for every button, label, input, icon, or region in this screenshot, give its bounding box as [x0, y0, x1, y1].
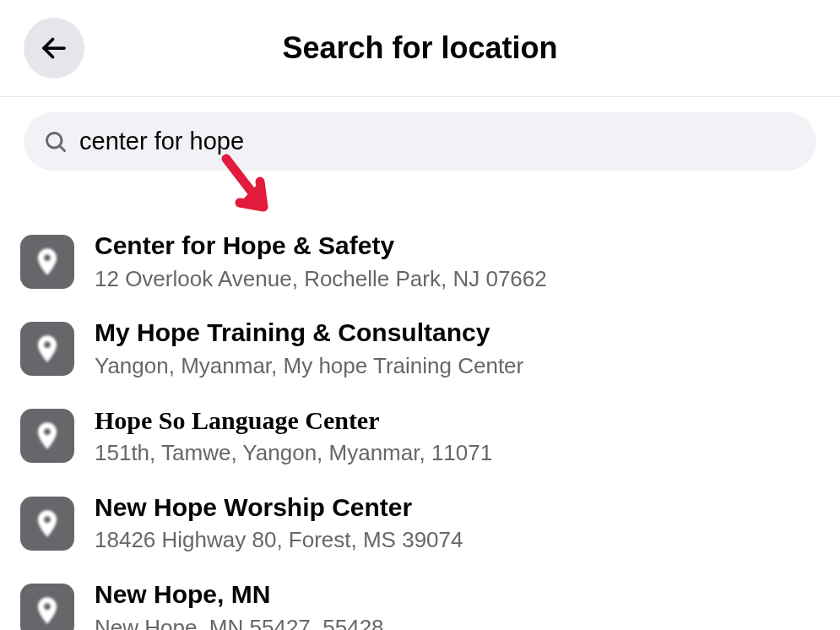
location-result[interactable]: My Hope Training & Consultancy Yangon, M…	[20, 305, 820, 392]
location-pin-icon	[20, 497, 74, 551]
result-address: Yangon, Myanmar, My hope Training Center	[95, 352, 523, 381]
result-address: 151th, Tamwe, Yangon, Myanmar, 11071	[95, 439, 492, 468]
location-result[interactable]: Hope So Language Center 151th, Tamwe, Ya…	[20, 393, 820, 480]
back-button[interactable]	[24, 18, 84, 79]
result-address: 12 Overlook Avenue, Rochelle Park, NJ 07…	[95, 265, 547, 294]
location-pin-icon	[20, 409, 74, 463]
location-pin-icon	[20, 322, 74, 376]
result-name: My Hope Training & Consultancy	[95, 317, 523, 349]
search-icon	[44, 130, 68, 154]
location-result[interactable]: New Hope Worship Center 18426 Highway 80…	[20, 480, 820, 567]
search-box[interactable]	[24, 112, 816, 171]
search-container	[0, 97, 840, 179]
page-title: Search for location	[282, 30, 557, 66]
location-pin-icon	[20, 584, 74, 630]
result-text: Center for Hope & Safety 12 Overlook Ave…	[95, 230, 547, 293]
svg-line-2	[60, 145, 65, 150]
result-text: New Hope, MN New Hope, MN 55427, 55428	[95, 578, 384, 630]
result-address: New Hope, MN 55427, 55428	[95, 614, 384, 630]
result-name: New Hope, MN	[95, 578, 384, 611]
search-input[interactable]	[79, 128, 796, 155]
result-name: Center for Hope & Safety	[95, 230, 547, 262]
header: Search for location	[0, 0, 840, 96]
location-result[interactable]: New Hope, MN New Hope, MN 55427, 55428	[20, 567, 820, 630]
location-pin-icon	[20, 235, 74, 289]
location-result[interactable]: Center for Hope & Safety 12 Overlook Ave…	[20, 218, 820, 305]
result-address: 18426 Highway 80, Forest, MS 39074	[95, 526, 463, 555]
result-name: New Hope Worship Center	[95, 492, 463, 524]
search-results: Center for Hope & Safety 12 Overlook Ave…	[0, 218, 840, 630]
result-text: My Hope Training & Consultancy Yangon, M…	[95, 317, 523, 380]
arrow-left-icon	[39, 33, 69, 63]
result-text: New Hope Worship Center 18426 Highway 80…	[95, 492, 463, 555]
result-name: Hope So Language Center	[95, 405, 492, 437]
result-text: Hope So Language Center 151th, Tamwe, Ya…	[95, 405, 492, 468]
